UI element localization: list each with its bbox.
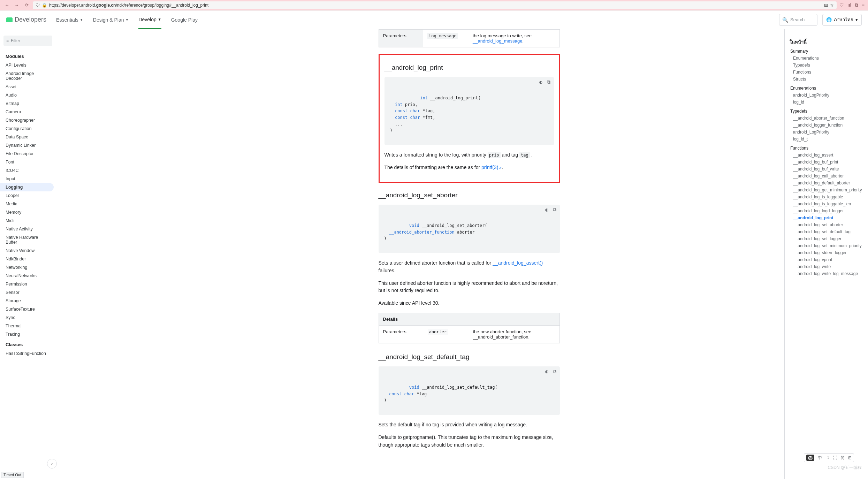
toc-link---android-log-set-default-tag[interactable]: __android_log_set_default_tag — [790, 228, 865, 235]
reader-icon[interactable]: ▤ — [824, 3, 828, 8]
sidebar-item-file-descriptor[interactable]: File Descriptor — [0, 150, 56, 158]
toc-section-enumerations[interactable]: Enumerations — [790, 85, 865, 92]
sidebar-item-native-activity[interactable]: Native Activity — [0, 225, 56, 233]
tool-zh[interactable]: 中 — [818, 455, 822, 461]
sidebar-item-sync[interactable]: Sync — [0, 313, 56, 322]
sidebar-item-media[interactable]: Media — [0, 200, 56, 208]
toc-link---android-log-default-aborter[interactable]: __android_log_default_aborter — [790, 180, 865, 187]
sidebar-item-audio[interactable]: Audio — [0, 91, 56, 99]
sidebar-item-neuralnetworks[interactable]: NeuralNetworks — [0, 272, 56, 280]
sidebar-item-memory[interactable]: Memory — [0, 208, 56, 216]
sidebar-item-permission[interactable]: Permission — [0, 280, 56, 288]
sidebar-item-native-hardware-buffer[interactable]: Native Hardware Buffer — [0, 233, 56, 246]
grid-icon[interactable]: ⊞ — [848, 455, 852, 460]
toc-link-Enumerations[interactable]: Enumerations — [790, 55, 865, 62]
sidebar-item-choreographer[interactable]: Choreographer — [0, 116, 56, 124]
toc-link---android-log-assert[interactable]: __android_log_assert — [790, 152, 865, 159]
toc-link---android-log-set-aborter[interactable]: __android_log_set_aborter — [790, 221, 865, 228]
sidebar-item-data-space[interactable]: Data Space — [0, 133, 56, 141]
copy-icon[interactable]: ⧉ — [551, 368, 558, 375]
sidebar-item-android-image-decoder[interactable]: Android Image Decoder — [0, 69, 56, 83]
nav-item-google-play[interactable]: Google Play — [171, 11, 198, 29]
nav-item-develop[interactable]: Develop▼ — [138, 11, 161, 29]
sidebar-item-icu4c[interactable]: ICU4C — [0, 166, 56, 175]
toc-link---android-log-stderr-logger[interactable]: __android_log_stderr_logger — [790, 249, 865, 256]
log-assert-link[interactable]: __android_log_assert() — [493, 260, 543, 266]
toc-link-Typedefs[interactable]: Typedefs — [790, 62, 865, 69]
sidebar-item-midi[interactable]: Midi — [0, 216, 56, 225]
toc-link---android-log-write-log-message[interactable]: __android_log_write_log_message — [790, 270, 865, 277]
sidebar-item-sensor[interactable]: Sensor — [0, 288, 56, 297]
library-icon[interactable]: ııl — [847, 2, 851, 8]
language-selector[interactable]: 🌐 ภาษาไทย ▾ — [822, 14, 862, 26]
back-icon[interactable]: ← — [3, 2, 10, 9]
sidebar-item-configuration[interactable]: Configuration — [0, 124, 56, 133]
sidebar-item-looper[interactable]: Looper — [0, 191, 56, 200]
toc-link---android-log-buf-print[interactable]: __android_log_buf_print — [790, 159, 865, 166]
toc-link---android-log-set-logger[interactable]: __android_log_set_logger — [790, 235, 865, 242]
toc-link---android-log-is-loggable-len[interactable]: __android_log_is_loggable_len — [790, 200, 865, 207]
sidebar-item-hastostringfunction[interactable]: HasToStringFunction — [0, 349, 56, 358]
sidebar-item-thermal[interactable]: Thermal — [0, 322, 56, 330]
toc-link---android-log-logd-logger[interactable]: __android_log_logd_logger — [790, 207, 865, 214]
toc-section-functions[interactable]: Functions — [790, 145, 865, 152]
sidebar-item-tracing[interactable]: Tracing — [0, 330, 56, 339]
toc-link---android-aborter-function[interactable]: __android_aborter_function — [790, 115, 865, 122]
toc-link---android-log-vprint[interactable]: __android_log_vprint — [790, 256, 865, 263]
param-desc-link[interactable]: __android_log_message — [473, 38, 522, 44]
details-param-name: aborter — [428, 329, 448, 335]
sidebar-item-asset[interactable]: Asset — [0, 83, 56, 91]
sidebar-item-bitmap[interactable]: Bitmap — [0, 99, 56, 108]
toc-link-log-id[interactable]: log_id — [790, 99, 865, 106]
toc-link---android-logger-function[interactable]: __android_logger_function — [790, 122, 865, 129]
toc-link---android-log-buf-write[interactable]: __android_log_buf_write — [790, 166, 865, 173]
toc-link-Functions[interactable]: Functions — [790, 69, 865, 76]
sidebar-item-font[interactable]: Font — [0, 158, 56, 166]
copy-icon[interactable]: ⧉ — [551, 207, 558, 213]
sidebar-item-camera[interactable]: Camera — [0, 108, 56, 116]
dark-toggle-icon[interactable]: ◐ — [538, 79, 544, 85]
nav-item-essentials[interactable]: Essentials▼ — [56, 11, 83, 29]
toc-link-log-id-t[interactable]: log_id_t — [790, 136, 865, 143]
printf-link[interactable]: printf(3)⬀ — [481, 165, 502, 170]
sidebar-item-input[interactable]: Input — [0, 175, 56, 183]
extension-icon[interactable]: ⧉ — [855, 2, 858, 8]
sidebar-item-native-window[interactable]: Native Window — [0, 246, 56, 255]
toc-link---android-log-write[interactable]: __android_log_write — [790, 263, 865, 270]
sidebar-item-surfacetexture[interactable]: SurfaceTexture — [0, 305, 56, 313]
forward-icon[interactable]: → — [13, 2, 20, 9]
filter-input[interactable]: ≡ Filter — [3, 36, 52, 46]
sidebar-item-storage[interactable]: Storage — [0, 297, 56, 305]
url-bar[interactable]: 🛡 🔒 https://developer.android.google.cn/… — [33, 1, 837, 9]
toc-link---android-log-set-minimum-priority[interactable]: __android_log_set_minimum_priority — [790, 242, 865, 249]
nav-item-design-&-plan[interactable]: Design & Plan▼ — [93, 11, 129, 29]
copy-icon[interactable]: ⧉ — [546, 79, 552, 85]
collapse-sidebar-button[interactable]: ‹ — [47, 459, 57, 469]
moon-icon[interactable]: ☽ — [825, 455, 829, 460]
logo[interactable]: Developers — [6, 16, 46, 23]
sidebar-item-networking[interactable]: Networking — [0, 263, 56, 272]
toc-section-summary[interactable]: Summary — [790, 48, 865, 55]
toc-link---android-log-call-aborter[interactable]: __android_log_call_aborter — [790, 173, 865, 180]
toc-link---android-log-print[interactable]: __android_log_print — [790, 214, 865, 221]
sidebar-item-ndkbinder[interactable]: NdkBinder — [0, 255, 56, 263]
reload-icon[interactable]: ⟳ — [23, 2, 30, 9]
bookmark-icon[interactable]: ☆ — [830, 3, 834, 8]
panda-icon[interactable]: 🐼 — [806, 455, 814, 461]
toc-link-android-LogPriority[interactable]: android_LogPriority — [790, 129, 865, 136]
dark-toggle-icon[interactable]: ◐ — [544, 207, 550, 213]
toc-link---android-log-is-loggable[interactable]: __android_log_is_loggable — [790, 193, 865, 200]
toc-section-typedefs[interactable]: Typedefs — [790, 108, 865, 115]
sidebar-item-logging[interactable]: Logging — [0, 183, 54, 191]
dark-toggle-icon[interactable]: ◐ — [544, 368, 550, 375]
toc-link-android-LogPriority[interactable]: android_LogPriority — [790, 92, 865, 99]
menu-icon[interactable]: ≡ — [862, 2, 865, 8]
toc-link-Structs[interactable]: Structs — [790, 76, 865, 83]
toc-link---android-log-get-minimum-priority[interactable]: __android_log_get_minimum_priority — [790, 187, 865, 193]
sidebar-item-api-levels[interactable]: API Levels — [0, 61, 56, 69]
pocket-icon[interactable]: ♡ — [839, 2, 844, 8]
expand-icon[interactable]: ⛶ — [833, 455, 837, 460]
tool-simplified[interactable]: 简 — [840, 455, 845, 461]
search-input[interactable]: 🔍 Search — [779, 14, 817, 26]
sidebar-item-dynamic-linker[interactable]: Dynamic Linker — [0, 141, 56, 150]
